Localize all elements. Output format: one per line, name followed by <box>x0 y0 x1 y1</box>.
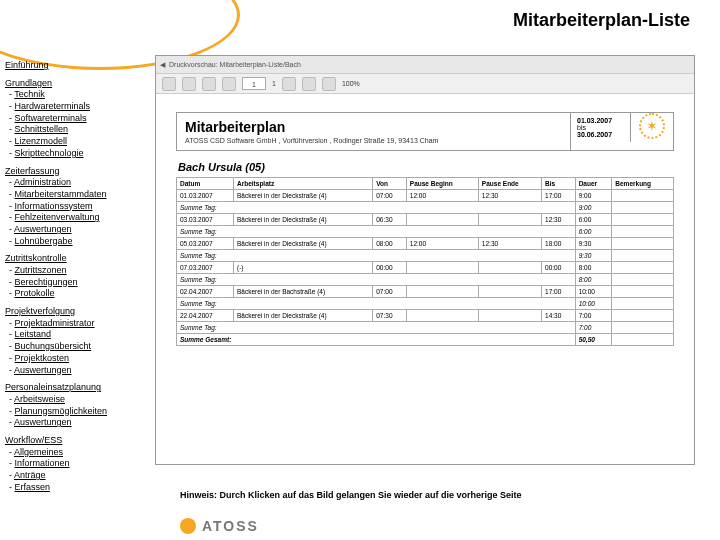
nav-item[interactable]: Leitstand <box>15 329 52 339</box>
print-preview[interactable]: ◀ Druckvorschau: Mitarbeiterplan-Liste/B… <box>155 55 695 465</box>
nav-item[interactable]: Informationen <box>15 458 70 468</box>
table-row: Summe Tag:9:00 <box>177 202 674 214</box>
nav-section-2[interactable]: Zutrittskontrolle <box>5 253 67 263</box>
nav-item[interactable]: Allgemeines <box>14 447 63 457</box>
preview-tabbar: ◀ Druckvorschau: Mitarbeiterplan-Liste/B… <box>156 56 694 74</box>
nav-item[interactable]: Berechtigungen <box>15 277 78 287</box>
doc-header: Mitarbeiterplan ATOSS CSD Software GmbH … <box>176 112 674 151</box>
table-row: 03.03.2007Bäckerei in der Dieckstraße (4… <box>177 214 674 226</box>
nav-item[interactable]: Administration <box>14 177 71 187</box>
preview-tab[interactable]: Druckvorschau: Mitarbeiterplan-Liste/Bac… <box>169 61 301 68</box>
nav-section-5[interactable]: Workflow/ESS <box>5 435 62 445</box>
col-header: Pause Beginn <box>406 178 478 190</box>
person-icon: ✶ <box>639 113 665 139</box>
table-row: 02.04.2007Bäckerei in der Bachstraße (4)… <box>177 286 674 298</box>
zoom-value: 100% <box>342 80 360 87</box>
table-row: Summe Tag:7:00 <box>177 322 674 334</box>
page-total: 1 <box>272 80 276 87</box>
nav-item[interactable]: Softwareterminals <box>15 113 87 123</box>
nav-section-0[interactable]: Grundlagen <box>5 78 52 88</box>
col-header: Bemerkung <box>612 178 674 190</box>
nav-item[interactable]: Fehlzeitenverwaltung <box>15 212 100 222</box>
nav-item[interactable]: Auswertungen <box>14 365 72 375</box>
nav-intro[interactable]: Einführung <box>5 60 49 70</box>
preview-toolbar: 1 1 100% <box>156 74 694 94</box>
table-row: Summe Tag:9:30 <box>177 250 674 262</box>
col-header: Dauer <box>575 178 612 190</box>
doc-subtitle: ATOSS CSD Software GmbH , Vorführversion… <box>185 137 562 144</box>
table-row: Summe Gesamt:50,50 <box>177 334 674 346</box>
nav-item[interactable]: Auswertungen <box>14 224 72 234</box>
nav-item[interactable]: Zutrittszonen <box>15 265 67 275</box>
col-header: Pause Ende <box>478 178 541 190</box>
employee-name: Bach Ursula (05) <box>178 161 674 173</box>
table-row: 01.03.2007Bäckerei in der Dieckstraße (4… <box>177 190 674 202</box>
footer-brand: ATOSS <box>202 518 259 534</box>
nav-item[interactable]: Arbeitsweise <box>14 394 65 404</box>
table-row: 07.03.2007(-)00:0000:008:00 <box>177 262 674 274</box>
nav-item[interactable]: Erfassen <box>15 482 51 492</box>
table-row: 22.04.2007Bäckerei in der Dieckstraße (4… <box>177 310 674 322</box>
nav-item[interactable]: Auswertungen <box>14 417 72 427</box>
print-icon[interactable] <box>162 77 176 91</box>
logo-icon <box>180 518 196 534</box>
nav-section-3[interactable]: Projektverfolgung <box>5 306 75 316</box>
page-title: Mitarbeiterplan-Liste <box>513 10 690 31</box>
nav-item[interactable]: Schnittstellen <box>15 124 69 134</box>
table-row: Summe Tag:8:00 <box>177 274 674 286</box>
preview-body: Mitarbeiterplan ATOSS CSD Software GmbH … <box>156 94 694 464</box>
col-header: Datum <box>177 178 234 190</box>
back-icon[interactable]: ◀ <box>160 61 165 69</box>
nav-section-4[interactable]: Personaleinsatzplanung <box>5 382 101 392</box>
nav-item[interactable]: Projektadministrator <box>15 318 95 328</box>
hint-text: Hinweis: Durch Klicken auf das Bild gela… <box>180 490 522 500</box>
col-header: Bis <box>542 178 576 190</box>
page-input[interactable]: 1 <box>242 77 266 90</box>
nav-item[interactable]: Skripttechnologie <box>15 148 84 158</box>
nav-item[interactable]: Protokolle <box>15 288 55 298</box>
nav-item[interactable]: Lizenzmodell <box>15 136 68 146</box>
zoom-icon[interactable] <box>322 77 336 91</box>
plan-table: DatumArbeitsplatzVonPause BeginnPause En… <box>176 177 674 346</box>
side-nav: Einführung GrundlagenTechnikHardwareterm… <box>5 60 150 499</box>
nav-item[interactable]: Anträge <box>14 470 46 480</box>
doc-dates: 01.03.2007 bis 30.06.2007 <box>571 113 631 142</box>
doc-title: Mitarbeiterplan <box>185 119 562 135</box>
nav-item[interactable]: Technik <box>14 89 45 99</box>
nav-item[interactable]: Projektkosten <box>15 353 70 363</box>
table-row: Summe Tag:6:00 <box>177 226 674 238</box>
nav-item[interactable]: Mitarbeiterstammdaten <box>15 189 107 199</box>
col-header: Arbeitsplatz <box>234 178 373 190</box>
footer: ATOSS <box>180 518 259 534</box>
nav-item[interactable]: Planungsmöglichkeiten <box>15 406 108 416</box>
prev-page-icon[interactable] <box>222 77 236 91</box>
doc-header-icon: ✶ <box>631 113 673 139</box>
nav-item[interactable]: Hardwareterminals <box>15 101 91 111</box>
save-icon[interactable] <box>182 77 196 91</box>
next-page-icon[interactable] <box>282 77 296 91</box>
last-page-icon[interactable] <box>302 77 316 91</box>
nav-item[interactable]: Lohnübergabe <box>15 236 73 246</box>
table-row: 05.03.2007Bäckerei in der Dieckstraße (4… <box>177 238 674 250</box>
table-row: Summe Tag:10:00 <box>177 298 674 310</box>
nav-item[interactable]: Buchungsübersicht <box>15 341 92 351</box>
first-page-icon[interactable] <box>202 77 216 91</box>
nav-section-1[interactable]: Zeiterfassung <box>5 166 60 176</box>
col-header: Von <box>373 178 407 190</box>
nav-item[interactable]: Informationssystem <box>15 201 93 211</box>
